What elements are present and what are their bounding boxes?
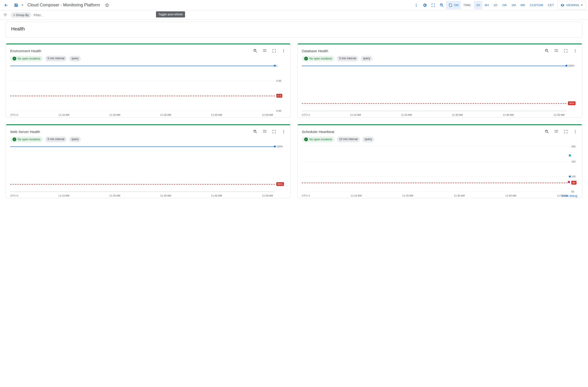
time-range-1m[interactable]: 1M xyxy=(509,1,518,9)
svg-point-1 xyxy=(416,5,417,5)
viewing-button[interactable]: VIEWING ▼ xyxy=(557,1,586,9)
reset-zoom-icon[interactable] xyxy=(438,1,446,9)
viewing-label: VIEWING xyxy=(566,3,579,7)
svg-point-5 xyxy=(283,49,284,50)
panel-title: Scheduler Heartbeat xyxy=(302,130,335,134)
show-debug-link[interactable]: Show debug xyxy=(562,194,577,198)
check-icon: ✓ xyxy=(304,138,308,141)
panel-fullscreen-icon[interactable] xyxy=(272,48,277,53)
chart[interactable]: 100%95%UTC+111:10 AM11:20 AM11:30 AM11:4… xyxy=(10,145,288,197)
svg-point-2 xyxy=(416,6,417,7)
panel-db: Database Health ✓No open incidents 5 min… xyxy=(297,43,582,117)
query-chip[interactable]: query xyxy=(362,137,374,142)
time-range-1d[interactable]: 1D xyxy=(491,1,500,9)
svg-point-0 xyxy=(416,3,417,4)
svg-point-16 xyxy=(545,130,547,132)
zoom-icon[interactable] xyxy=(253,129,258,134)
panel-sched: Scheduler Heartbeat ✓No open incidents 1… xyxy=(297,124,582,198)
check-icon: ✓ xyxy=(304,57,308,61)
svg-point-3 xyxy=(440,3,442,6)
panel-more-icon[interactable] xyxy=(281,129,286,134)
query-chip[interactable]: query xyxy=(69,56,81,61)
svg-point-13 xyxy=(283,130,284,131)
chart[interactable]: 10.950.90.850.9UTC+111:10 AM11:20 AM11:3… xyxy=(10,64,288,116)
filter-icon[interactable] xyxy=(2,12,8,19)
svg-point-15 xyxy=(283,133,284,133)
back-button[interactable] xyxy=(2,1,10,9)
chart[interactable]: 100%95%UTC+111:10 AM11:20 AM11:30 AM11:4… xyxy=(302,64,579,116)
interval-chip[interactable]: 5 min interval xyxy=(45,56,67,61)
panel-fullscreen-icon[interactable] xyxy=(563,129,568,134)
star-icon[interactable] xyxy=(103,1,111,9)
check-icon: ✓ xyxy=(13,57,16,61)
chart[interactable]: 2001501005080UTC+111:10 AM11:20 AM11:30 … xyxy=(302,145,579,197)
svg-point-18 xyxy=(575,131,576,132)
incidents-chip[interactable]: ✓No open incidents xyxy=(10,137,43,142)
panel-env: Environment Health ✓No open incidents 5 … xyxy=(6,43,291,117)
on-label: ON xyxy=(454,3,459,7)
panel-title: Web Server Health xyxy=(10,130,40,134)
panel-fullscreen-icon[interactable] xyxy=(272,129,277,134)
gear-icon[interactable] xyxy=(420,1,429,9)
svg-point-9 xyxy=(575,49,576,50)
legend-icon[interactable] xyxy=(262,48,267,53)
svg-point-4 xyxy=(253,49,256,52)
more-vert-icon[interactable] xyxy=(412,1,420,9)
svg-point-8 xyxy=(545,49,547,52)
section-title: Health xyxy=(11,26,577,32)
time-range-cet[interactable]: CET xyxy=(546,1,556,9)
auto-refresh-toggle[interactable]: ON xyxy=(446,1,461,9)
legend-icon[interactable] xyxy=(554,129,559,134)
fullscreen-icon[interactable] xyxy=(429,1,438,9)
svg-point-14 xyxy=(283,131,284,132)
legend-icon[interactable] xyxy=(262,129,267,134)
page-title: Cloud Composer - Monitoring Platform xyxy=(26,3,101,8)
svg-point-17 xyxy=(575,130,576,131)
filter-bar: + Group By xyxy=(0,10,588,20)
header-bar: ▼ Cloud Composer - Monitoring Platform O… xyxy=(0,0,588,10)
time-range-1w[interactable]: 1W xyxy=(500,1,509,9)
time-range-6h[interactable]: 6H xyxy=(482,1,491,9)
panel-more-icon[interactable] xyxy=(281,48,286,53)
query-chip[interactable]: query xyxy=(69,137,81,142)
zoom-icon[interactable] xyxy=(253,48,258,53)
panel-more-icon[interactable] xyxy=(573,48,578,53)
time-range-6w[interactable]: 6W xyxy=(518,1,527,9)
time-range-1h[interactable]: 1H xyxy=(474,1,483,9)
panel-more-icon[interactable] xyxy=(573,129,578,134)
query-chip[interactable]: query xyxy=(361,56,373,61)
svg-point-12 xyxy=(253,130,256,132)
svg-point-11 xyxy=(575,52,576,52)
incidents-chip[interactable]: ✓No open incidents xyxy=(10,56,43,61)
svg-point-19 xyxy=(575,133,576,133)
group-by-button[interactable]: + Group By xyxy=(11,12,31,18)
dashboard-menu-caret[interactable]: ▼ xyxy=(20,3,24,7)
interval-chip[interactable]: 5 min interval xyxy=(337,56,358,61)
panel-title: Database Health xyxy=(302,49,328,53)
panel-fullscreen-icon[interactable] xyxy=(563,48,568,53)
zoom-icon[interactable] xyxy=(544,48,549,53)
panel-web: Web Server Health ✓No open incidents 5 m… xyxy=(6,124,291,198)
time-range-custom[interactable]: CUSTOM xyxy=(527,1,546,9)
interval-chip[interactable]: 10 min interval xyxy=(337,137,360,142)
interval-chip[interactable]: 5 min interval xyxy=(45,137,67,142)
auto-refresh-tooltip: Toggle auto-refresh xyxy=(156,11,185,18)
zoom-icon[interactable] xyxy=(544,129,549,134)
time-label: TIME: xyxy=(461,1,474,9)
svg-point-7 xyxy=(283,52,284,52)
svg-point-10 xyxy=(575,51,576,51)
section-health: Health xyxy=(6,22,582,38)
filter-input[interactable] xyxy=(34,13,81,17)
dashboard-icon[interactable] xyxy=(12,1,20,9)
incidents-chip[interactable]: ✓No open incidents xyxy=(302,56,335,61)
panel-title: Environment Health xyxy=(10,49,41,53)
incidents-chip[interactable]: ✓No open incidents xyxy=(302,137,335,142)
check-icon: ✓ xyxy=(13,138,16,141)
svg-point-6 xyxy=(283,51,284,51)
legend-icon[interactable] xyxy=(554,48,559,53)
